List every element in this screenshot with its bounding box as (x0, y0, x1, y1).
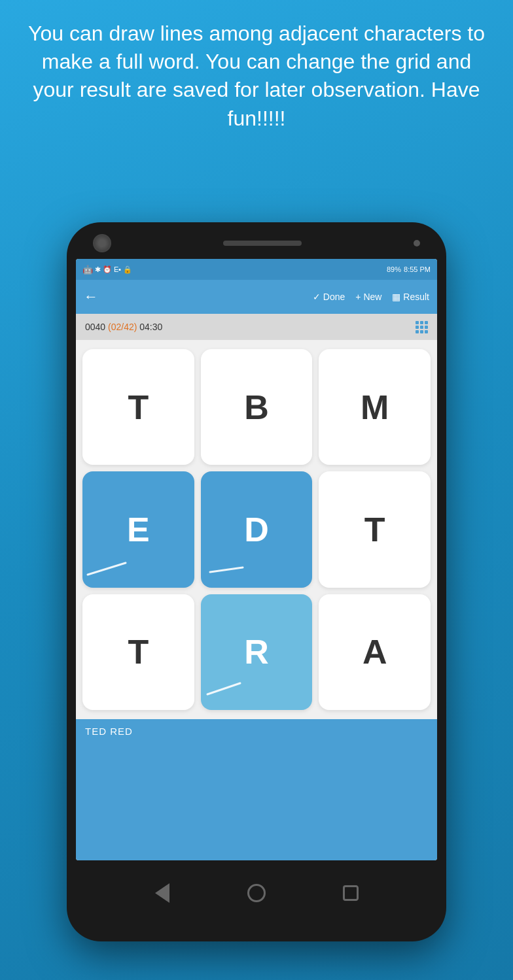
line-d (210, 566, 246, 579)
done-button[interactable]: ✓ Done (313, 292, 345, 302)
bluetooth-icon: ✱ (95, 265, 101, 274)
nav-recent-button[interactable] (336, 879, 365, 907)
signal-icon: E▪ (114, 265, 121, 273)
line-r (207, 680, 243, 700)
puzzle-info: 0040 (02/42) 04:30 (85, 322, 162, 332)
phone-camera (93, 234, 111, 252)
phone-nav-bar (76, 866, 437, 917)
clock-time: 8:55 PM (404, 265, 431, 273)
words-area: TED RED (76, 719, 437, 860)
cell-0[interactable]: T (82, 349, 194, 465)
battery-level: 89% (387, 265, 401, 273)
puzzle-progress: (02/42) (108, 322, 137, 332)
svg-line-1 (210, 567, 243, 572)
android-icon: 🤖 (82, 265, 93, 275)
sub-header-bar: 0040 (02/42) 04:30 (76, 314, 437, 340)
back-button[interactable]: ← (84, 288, 98, 305)
cell-6[interactable]: T (82, 594, 194, 710)
status-right-info: 89% 8:55 PM (387, 265, 431, 273)
svg-line-2 (207, 683, 240, 694)
lock-icon: 🔒 (123, 265, 132, 274)
new-button[interactable]: + New (355, 292, 381, 302)
toolbar-actions: ✓ Done + New ▦ Result (313, 292, 429, 302)
cell-7[interactable]: R (201, 594, 313, 710)
status-left-icons: 🤖 ✱ ⏰ E▪ 🔒 (82, 265, 132, 275)
svg-line-0 (88, 563, 126, 575)
cell-5[interactable]: T (319, 471, 431, 587)
line-e (88, 562, 127, 581)
puzzle-code: 0040 (85, 322, 108, 332)
home-circle-icon (247, 884, 266, 902)
letter-grid: T B M E D T T R (76, 340, 437, 719)
phone-led (414, 240, 420, 246)
status-bar: 🤖 ✱ ⏰ E▪ 🔒 89% 8:55 PM (76, 259, 437, 280)
grid-settings-icon[interactable] (416, 321, 428, 333)
phone-screen: 🤖 ✱ ⏰ E▪ 🔒 89% 8:55 PM ← ✓ Done + New ▦ … (76, 259, 437, 860)
cell-8[interactable]: A (319, 594, 431, 710)
cell-1[interactable]: B (201, 349, 313, 465)
back-triangle-icon (155, 883, 169, 903)
clock-icon: ⏰ (103, 265, 112, 274)
app-toolbar: ← ✓ Done + New ▦ Result (76, 280, 437, 314)
result-button[interactable]: ▦ Result (392, 292, 429, 302)
phone-speaker (223, 241, 302, 246)
cell-3[interactable]: E (82, 471, 194, 587)
header-text: You can draw lines among adjacent charac… (0, 0, 513, 146)
nav-home-button[interactable] (242, 879, 271, 907)
cell-2[interactable]: M (319, 349, 431, 465)
cell-4[interactable]: D (201, 471, 313, 587)
recent-square-icon (343, 885, 359, 901)
phone-device: 🤖 ✱ ⏰ E▪ 🔒 89% 8:55 PM ← ✓ Done + New ▦ … (67, 222, 446, 941)
puzzle-timer: 04:30 (137, 322, 162, 332)
phone-top-bar (67, 222, 446, 259)
nav-back-button[interactable] (148, 879, 177, 907)
found-words: TED RED (85, 726, 428, 737)
